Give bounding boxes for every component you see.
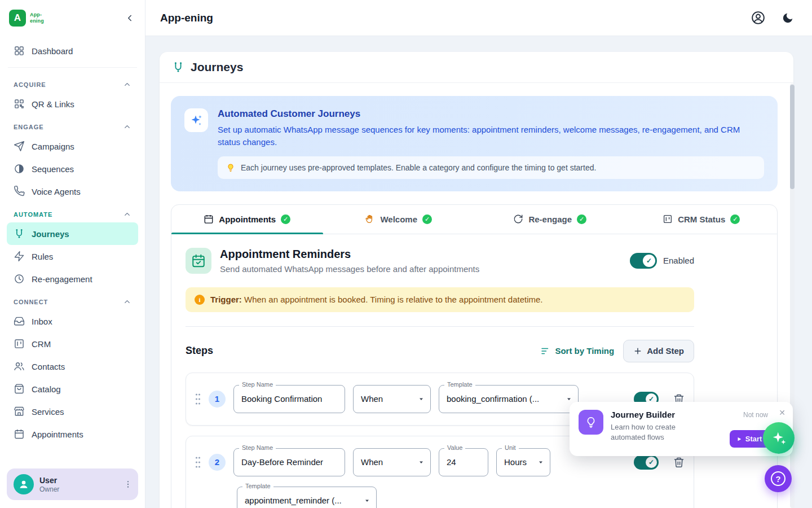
scrollbar-thumb[interactable] xyxy=(790,85,795,189)
tab-re-engage[interactable]: Re-engage ✓ xyxy=(474,205,626,234)
sidebar-item-qr-links[interactable]: QR & Links xyxy=(7,93,138,115)
template-select[interactable]: Template booking_confirmation (... xyxy=(439,385,579,413)
template-select[interactable]: Template appointment_reminder (... xyxy=(237,487,377,508)
trigger-banner: i Trigger: When an appointment is booked… xyxy=(186,287,694,312)
sidebar-item-campaigns[interactable]: Campaigns xyxy=(7,135,138,157)
drag-handle-icon[interactable] xyxy=(195,456,201,468)
category-toggle-group: ✓ Enabled xyxy=(630,248,694,269)
check-circle-icon: ✓ xyxy=(730,214,740,224)
phone-icon xyxy=(14,186,25,197)
caret-down-icon xyxy=(566,396,572,402)
account-button[interactable] xyxy=(751,10,766,25)
steps-title: Steps xyxy=(186,345,213,357)
sidebar-item-voice-agents[interactable]: Voice Agents xyxy=(7,180,138,203)
sidebar-section-automate[interactable]: AUTOMATE xyxy=(7,203,138,222)
tab-crm-status[interactable]: CRM Status ✓ xyxy=(626,205,778,234)
topbar: App-ening xyxy=(145,0,812,36)
sidebar-item-re-engagement[interactable]: Re-engagement xyxy=(7,268,138,290)
check-circle-icon: ✓ xyxy=(422,214,432,224)
lightbulb-icon xyxy=(579,410,603,435)
category-subtitle: Send automated WhatsApp messages before … xyxy=(220,264,479,274)
sidebar-item-appointments[interactable]: Appointments xyxy=(7,423,138,445)
help-fab[interactable]: ? xyxy=(765,465,792,492)
sidebar-item-contacts[interactable]: Contacts xyxy=(7,355,138,378)
sidebar-item-rules[interactable]: Rules xyxy=(7,245,138,268)
user-name: User xyxy=(39,476,59,485)
sidebar-logo-row: A App- ening xyxy=(0,0,145,36)
user-card[interactable]: User Owner xyxy=(7,468,138,500)
trigger-text: Trigger: When an appointment is booked. … xyxy=(210,295,542,304)
sidebar-item-inbox[interactable]: Inbox xyxy=(7,310,138,332)
sort-icon xyxy=(540,346,550,356)
dashboard-icon xyxy=(14,45,25,56)
sidebar-item-journeys[interactable]: Journeys xyxy=(7,222,138,245)
tab-label: Appointments xyxy=(219,214,276,224)
page-title: Journeys xyxy=(191,60,243,74)
tab-welcome[interactable]: Welcome ✓ xyxy=(323,205,475,234)
question-mark-icon: ? xyxy=(771,471,785,486)
plus-icon xyxy=(633,347,642,356)
step-enabled-toggle[interactable]: ✓ xyxy=(634,455,659,470)
enabled-toggle[interactable]: ✓ xyxy=(630,253,657,269)
close-icon[interactable]: ✕ xyxy=(779,409,785,417)
send-icon xyxy=(14,141,25,152)
calendar-icon xyxy=(14,428,25,440)
add-step-label: Add Step xyxy=(647,346,684,356)
journey-tabs: Appointments ✓ Welcome ✓ Re-engage xyxy=(171,205,777,234)
sparkles-icon xyxy=(770,430,787,446)
user-menu-button[interactable] xyxy=(123,480,133,489)
tab-appointments[interactable]: Appointments ✓ xyxy=(171,205,323,234)
logo-mark: A xyxy=(9,10,26,27)
category-titles: Appointment Reminders Send automated Wha… xyxy=(220,248,479,274)
ai-assistant-fab[interactable] xyxy=(763,422,795,454)
add-step-button[interactable]: Add Step xyxy=(623,340,694,362)
delete-step-button[interactable] xyxy=(673,457,685,468)
calendar-icon xyxy=(204,214,214,224)
sidebar-item-catalog[interactable]: Catalog xyxy=(7,378,138,400)
logo-text: App- ening xyxy=(30,12,44,24)
value-input[interactable]: Value 24 xyxy=(439,448,488,476)
sort-label: Sort by Timing xyxy=(555,346,614,356)
section-label: CONNECT xyxy=(14,299,48,305)
drag-handle-icon[interactable] xyxy=(195,393,201,405)
sidebar-item-sequences[interactable]: Sequences xyxy=(7,157,138,180)
storefront-icon xyxy=(14,406,25,417)
sort-by-timing-button[interactable]: Sort by Timing xyxy=(540,346,614,356)
sidebar-item-label: Inbox xyxy=(32,317,52,326)
step-name-input[interactable]: Step Name Booking Confirmation xyxy=(233,385,345,413)
bag-icon xyxy=(14,383,25,395)
sidebar-item-label: Campaigns xyxy=(32,142,74,151)
half-circle-icon xyxy=(14,163,25,174)
divider xyxy=(186,326,694,327)
when-select[interactable]: When xyxy=(353,385,431,413)
app-logo[interactable]: A App- ening xyxy=(9,10,44,27)
toggle-check-icon: ✓ xyxy=(643,255,655,267)
check-circle-icon: ✓ xyxy=(577,214,586,224)
sidebar-section-engage[interactable]: ENGAGE xyxy=(7,115,138,135)
steps-actions: Sort by Timing Add Step xyxy=(540,340,694,362)
sidebar-section-acquire[interactable]: ACQUIRE xyxy=(7,73,138,93)
kanban-icon xyxy=(14,338,25,349)
step-name-input[interactable]: Step Name Day-Before Reminder xyxy=(233,448,345,476)
not-now-button[interactable]: Not now xyxy=(743,411,768,419)
sidebar-section-connect[interactable]: CONNECT xyxy=(7,290,138,310)
topbar-actions xyxy=(751,10,794,25)
chevron-up-icon xyxy=(123,122,131,131)
sidebar-item-dashboard[interactable]: Dashboard xyxy=(7,40,138,62)
category-header: Appointment Reminders Send automated Wha… xyxy=(186,248,694,274)
banner-description: Set up automatic WhatsApp message sequen… xyxy=(218,124,764,148)
sidebar-nav: Dashboard ACQUIRE QR & Links ENGAGE Camp… xyxy=(0,36,145,445)
field-label: Template xyxy=(444,381,475,388)
unit-select[interactable]: Unit Hours xyxy=(496,448,550,476)
when-select[interactable]: When xyxy=(353,448,431,476)
chevron-up-icon xyxy=(123,210,131,218)
sidebar-item-crm[interactable]: CRM xyxy=(7,332,138,355)
user-info: User Owner xyxy=(39,476,59,493)
dark-mode-button[interactable] xyxy=(782,12,794,24)
moon-icon xyxy=(782,12,794,24)
check-circle-icon: ✓ xyxy=(281,214,290,224)
sidebar-collapse-button[interactable] xyxy=(125,13,135,23)
sidebar-item-services[interactable]: Services xyxy=(7,400,138,423)
sidebar-item-label: Sequences xyxy=(32,164,74,174)
toggle-check-icon: ✓ xyxy=(646,457,657,468)
